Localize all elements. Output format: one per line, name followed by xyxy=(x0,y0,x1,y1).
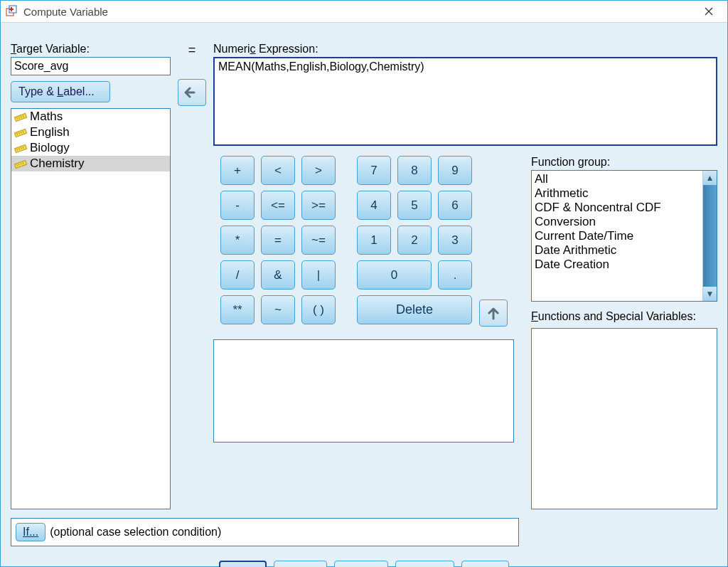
key-[interactable]: | xyxy=(301,260,336,290)
key-[interactable]: ~= xyxy=(301,226,336,255)
help-button[interactable]: Help xyxy=(461,561,509,567)
keypad: +<>789-<=>=456*=~=123/&|0.**~( )Delete xyxy=(220,156,472,324)
compute-variable-dialog: Compute Variable Target Variable: Type &… xyxy=(0,0,728,567)
scroll-down-button[interactable]: ▼ xyxy=(703,287,717,301)
variable-item[interactable]: Chemistry xyxy=(11,156,170,171)
svg-rect-9 xyxy=(14,129,26,137)
scroll-up-button[interactable]: ▲ xyxy=(703,171,717,185)
scrollbar[interactable]: ▲ ▼ xyxy=(702,171,717,301)
key-[interactable]: . xyxy=(438,260,472,290)
key-5[interactable]: 5 xyxy=(397,191,432,220)
key-[interactable]: ( ) xyxy=(301,295,336,324)
key-[interactable]: >= xyxy=(301,191,336,220)
move-to-expression-button[interactable] xyxy=(178,79,206,106)
insert-function-button[interactable] xyxy=(479,300,508,327)
function-group-item[interactable]: Arithmetic xyxy=(533,186,701,201)
key-[interactable]: - xyxy=(220,191,255,220)
key-[interactable]: < xyxy=(261,156,295,185)
functions-special-list[interactable] xyxy=(531,328,717,509)
variable-list[interactable]: MathsEnglishBiologyChemistry xyxy=(11,108,171,509)
key-[interactable]: * xyxy=(220,226,255,255)
key-[interactable]: + xyxy=(220,156,255,185)
function-group-item[interactable]: Date Creation xyxy=(533,258,701,272)
function-group-label: Function group: xyxy=(531,156,717,169)
cancel-button[interactable]: Cancel xyxy=(395,561,455,567)
reset-button[interactable]: Reset xyxy=(334,561,388,567)
key-0[interactable]: 0 xyxy=(357,260,432,290)
key-8[interactable]: 8 xyxy=(397,156,432,185)
equals-sign: = xyxy=(171,43,213,66)
key-[interactable]: <= xyxy=(261,191,295,220)
titlebar: Compute Variable xyxy=(1,1,727,23)
description-box xyxy=(213,339,514,443)
key-[interactable]: = xyxy=(261,226,295,255)
function-group-item[interactable]: Date Arithmetic xyxy=(533,243,701,258)
key-9[interactable]: 9 xyxy=(438,156,472,185)
footer-buttons: OK Paste Reset Cancel Help xyxy=(11,561,717,567)
function-group-item[interactable]: Current Date/Time xyxy=(533,229,701,243)
svg-rect-14 xyxy=(14,144,26,152)
key-[interactable]: > xyxy=(301,156,336,185)
svg-rect-4 xyxy=(14,113,26,121)
key-delete[interactable]: Delete xyxy=(357,295,472,324)
ok-button[interactable]: OK xyxy=(219,561,267,567)
if-button[interactable]: If... xyxy=(16,523,46,541)
function-group-item[interactable]: CDF & Noncentral CDF xyxy=(533,201,701,215)
type-label-button[interactable]: Type & Label... xyxy=(11,81,110,102)
numeric-expression-label: Numeric Expression: xyxy=(213,43,717,55)
key-2[interactable]: 2 xyxy=(397,226,432,255)
window-title: Compute Variable xyxy=(23,6,693,18)
key-[interactable]: & xyxy=(261,260,295,290)
if-condition-text: (optional case selection condition) xyxy=(50,526,221,539)
function-group-item[interactable]: Conversion xyxy=(533,215,701,229)
paste-button[interactable]: Paste xyxy=(274,561,327,567)
key-[interactable]: / xyxy=(220,260,255,290)
app-icon xyxy=(5,4,19,18)
function-group-item[interactable]: All xyxy=(533,172,701,186)
function-group-list[interactable]: AllArithmeticCDF & Noncentral CDFConvers… xyxy=(531,170,717,302)
target-variable-label: Target Variable: xyxy=(11,43,171,55)
variable-item[interactable]: Maths xyxy=(11,109,170,124)
variable-item[interactable]: English xyxy=(11,124,170,140)
svg-rect-19 xyxy=(14,160,26,168)
key-[interactable]: ~ xyxy=(261,295,295,324)
variable-item[interactable]: Biology xyxy=(11,140,170,156)
numeric-expression-input[interactable]: MEAN(Maths,English,Biology,Chemistry) xyxy=(213,57,717,146)
svg-rect-3 xyxy=(9,9,14,10)
functions-special-label: Functions and Special Variables: xyxy=(531,310,717,323)
close-button[interactable] xyxy=(693,1,724,22)
key-1[interactable]: 1 xyxy=(357,226,391,255)
key-6[interactable]: 6 xyxy=(438,191,472,220)
key-[interactable]: ** xyxy=(220,295,255,324)
key-7[interactable]: 7 xyxy=(357,156,391,185)
target-variable-input[interactable] xyxy=(11,57,171,75)
key-4[interactable]: 4 xyxy=(357,191,391,220)
key-3[interactable]: 3 xyxy=(438,226,472,255)
dialog-content: Target Variable: Type & Label... MathsEn… xyxy=(1,23,727,567)
if-condition-row: If... (optional case selection condition… xyxy=(11,518,519,546)
